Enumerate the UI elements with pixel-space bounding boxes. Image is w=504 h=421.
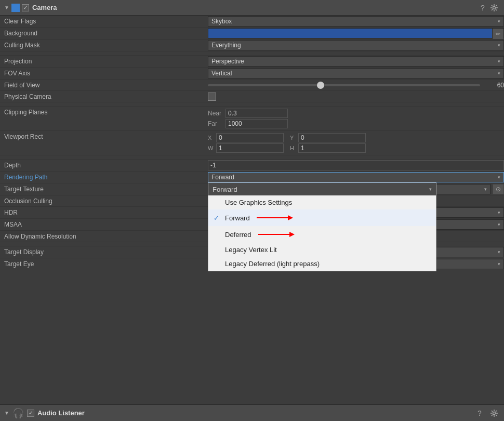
x-input[interactable] xyxy=(216,133,284,142)
color-picker-button[interactable]: ✏ xyxy=(492,29,503,39)
popup-item-legacy-vertex-label: Legacy Vertex Lit xyxy=(225,246,277,254)
culling-mask-row: Culling Mask Everything ▾ xyxy=(0,40,504,51)
target-display-arrow-icon: ▾ xyxy=(498,249,500,255)
projection-row: Projection Perspective ▾ xyxy=(0,56,504,68)
rendering-path-popup: Forward ▾ Use Graphics Settings ✓ Forwar… xyxy=(208,182,436,271)
far-label: Far xyxy=(208,120,223,127)
svg-marker-10 xyxy=(288,215,293,220)
far-input[interactable] xyxy=(226,119,288,128)
background-value: ✏ xyxy=(208,28,504,38)
target-display-label: Target Display xyxy=(0,248,208,256)
expand-arrow-icon[interactable]: ▼ xyxy=(4,5,9,10)
fov-axis-arrow-icon: ▾ xyxy=(498,71,500,76)
component-enable-checkbox[interactable]: ✓ xyxy=(22,4,29,11)
physical-camera-value xyxy=(208,93,504,101)
rendering-path-row: Rendering Path Forward ▾ Forward ▾ Use G… xyxy=(0,172,504,183)
projection-label: Projection xyxy=(0,58,208,65)
culling-mask-dropdown[interactable]: Everything ▾ xyxy=(208,40,504,50)
popup-item-use-graphics-label: Use Graphics Settings xyxy=(225,199,292,206)
spacer-1 xyxy=(0,51,504,56)
clear-flags-label: Clear Flags xyxy=(0,18,208,25)
popup-item-forward[interactable]: ✓ Forward xyxy=(208,209,436,226)
footer-help-button[interactable]: ? xyxy=(474,407,485,419)
popup-item-use-graphics[interactable]: Use Graphics Settings xyxy=(208,195,436,209)
clipping-planes-value: Near Far xyxy=(208,109,504,128)
rendering-path-value: Forward ▾ Forward ▾ Use Graphics Setting… xyxy=(208,172,504,182)
field-of-view-slider-container: 60 xyxy=(208,82,504,89)
background-label: Background xyxy=(0,30,208,37)
rendering-path-label: Rendering Path xyxy=(0,174,208,181)
w-input[interactable] xyxy=(216,143,284,153)
viewport-sub: X Y W H xyxy=(208,133,504,153)
field-of-view-slider-thumb[interactable] xyxy=(317,82,324,89)
allow-dynamic-resolution-label: Allow Dynamic Resolution xyxy=(0,233,208,240)
depth-input[interactable] xyxy=(208,160,504,170)
rendering-path-arrow-icon: ▾ xyxy=(498,175,500,180)
viewport-xy-row: X Y xyxy=(208,133,504,142)
footer-enable-checkbox[interactable]: ✓ xyxy=(27,410,34,417)
popup-header: Forward ▾ xyxy=(208,183,436,195)
svg-line-5 xyxy=(492,5,493,6)
popup-item-legacy-vertex[interactable]: Legacy Vertex Lit xyxy=(208,243,436,257)
svg-marker-12 xyxy=(289,232,295,237)
occlusion-culling-label: Occlusion Culling xyxy=(0,198,208,205)
depth-row: Depth xyxy=(0,160,504,172)
physical-camera-checkbox[interactable] xyxy=(208,93,216,101)
svg-line-20 xyxy=(496,411,497,412)
background-row: Background ✏ xyxy=(0,28,504,40)
popup-item-legacy-deferred[interactable]: Legacy Deferred (light prepass) xyxy=(208,257,436,271)
spacer-2 xyxy=(0,102,504,107)
settings-button[interactable] xyxy=(488,2,500,14)
rendering-path-dropdown[interactable]: Forward ▾ xyxy=(208,172,504,182)
target-texture-picker-button[interactable]: ⊙ xyxy=(493,184,504,194)
clipping-planes-row: Clipping Planes Near Far xyxy=(0,107,504,131)
footer-settings-icon xyxy=(490,410,498,417)
popup-item-deferred[interactable]: Deferred xyxy=(208,226,436,243)
physical-camera-row: Physical Camera xyxy=(0,91,504,102)
y-label: Y xyxy=(290,135,296,141)
field-of-view-row: Field of View 60 xyxy=(0,80,504,91)
fov-axis-value: Vertical ▾ xyxy=(208,68,504,78)
rendering-path-container: Forward ▾ Forward ▾ Use Graphics Setting… xyxy=(208,172,504,182)
clear-flags-arrow-icon: ▾ xyxy=(498,19,500,24)
near-input[interactable] xyxy=(226,109,288,118)
culling-mask-value: Everything ▾ xyxy=(208,40,504,50)
background-color-field[interactable]: ✏ xyxy=(208,28,504,38)
footer-settings-button[interactable] xyxy=(488,407,500,419)
viewport-rect-row: Viewport Rect X Y W H xyxy=(0,131,504,155)
x-label: X xyxy=(208,135,214,141)
fov-axis-label: FOV Axis xyxy=(0,70,208,77)
field-of-view-value-display: 60 xyxy=(483,82,504,89)
viewport-rect-value: X Y W H xyxy=(208,133,504,153)
footer-expand-arrow-icon[interactable]: ▼ xyxy=(4,410,9,416)
clear-flags-dropdown[interactable]: Skybox ▾ xyxy=(208,16,504,27)
camera-component-icon xyxy=(11,4,20,12)
msaa-label: MSAA xyxy=(0,221,208,228)
fov-axis-dropdown[interactable]: Vertical ▾ xyxy=(208,68,504,78)
clear-flags-row: Clear Flags Skybox ▾ xyxy=(0,16,504,28)
forward-checkmark-icon: ✓ xyxy=(214,214,219,222)
projection-dropdown[interactable]: Perspective ▾ xyxy=(208,56,504,67)
viewport-rect-label: Viewport Rect xyxy=(0,133,208,140)
svg-line-8 xyxy=(492,9,493,10)
clear-flags-value: Skybox ▾ xyxy=(208,16,504,27)
h-input[interactable] xyxy=(298,143,366,153)
svg-line-21 xyxy=(492,414,493,415)
footer-title: Audio Listener xyxy=(37,409,471,417)
field-of-view-slider-track[interactable] xyxy=(208,84,480,86)
component-header: ▼ ✓ Camera ? xyxy=(0,0,504,16)
svg-line-7 xyxy=(496,5,497,6)
svg-line-19 xyxy=(496,414,497,415)
depth-label: Depth xyxy=(0,162,208,169)
field-of-view-value: 60 xyxy=(208,82,504,89)
projection-value: Perspective ▾ xyxy=(208,56,504,67)
field-of-view-label: Field of View xyxy=(0,82,208,89)
near-label: Near xyxy=(208,110,223,117)
svg-point-0 xyxy=(493,6,496,9)
popup-item-legacy-deferred-label: Legacy Deferred (light prepass) xyxy=(225,260,320,268)
help-button[interactable]: ? xyxy=(477,2,488,14)
clipping-planes-sub: Near Far xyxy=(208,109,504,128)
popup-item-forward-label: Forward xyxy=(225,214,250,222)
y-input[interactable] xyxy=(298,133,366,142)
depth-value xyxy=(208,160,504,170)
